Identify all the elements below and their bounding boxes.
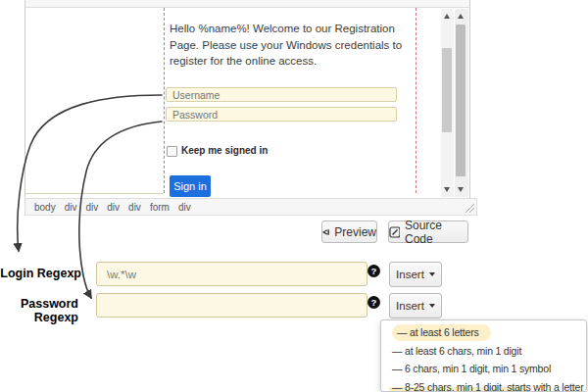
edit-icon [389,226,400,238]
keep-signed-in-label: Keep me signed in [181,145,268,156]
password-regexp-input[interactable] [96,293,368,318]
login-insert-button[interactable]: Insert [389,262,442,287]
inner-scrollbar-thumb[interactable] [442,48,452,132]
menu-item-label: — at least 6 chars, min 1 digit [392,345,521,357]
resize-handle-icon[interactable] [466,204,474,213]
menu-item-6-chars-min-1-digit[interactable]: — at least 6 chars, min 1 digit [381,342,586,361]
sign-in-button[interactable]: Sign in [170,175,211,197]
scroll-up-icon[interactable] [444,14,450,19]
template-editor-page: Hello %name%! Welcome to our Registratio… [0,0,588,392]
preview-pane: Hello %name%! Welcome to our Registratio… [24,8,470,198]
source-code-button-label: Source Code [405,219,467,246]
preview-username-input[interactable] [166,87,397,102]
dashed-guide-left [164,8,165,193]
breadcrumb-item[interactable]: form [150,202,170,213]
keep-signed-in-checkbox[interactable] [167,146,177,157]
password-regexp-label-line2: Regexp [0,311,78,324]
scroll-down-icon[interactable] [444,187,450,192]
source-code-button[interactable]: Source Code [388,220,468,243]
preview-button-label: Preview [334,225,376,239]
breadcrumb: body div div div div form div [24,198,477,216]
breadcrumb-item[interactable]: div [65,202,77,213]
insert-dropdown-menu: — at least 6 letters — at least 6 chars,… [380,319,587,392]
password-insert-button[interactable]: Insert [389,293,442,318]
menu-item-label: — 8-25 chars, min 1 digit, starts with a… [392,381,583,392]
insert-button-label: Insert [396,269,424,280]
editor-toolbar-edge [24,0,470,8]
outer-scrollbar-thumb[interactable] [456,24,466,176]
eye-icon [322,227,329,237]
inner-scrollbar[interactable] [441,9,454,197]
welcome-text: Hello %name%! Welcome to our Registratio… [170,21,411,70]
password-regexp-label-line1: Password [0,297,78,311]
breadcrumb-item[interactable]: div [107,202,120,213]
password-regexp-label: Password Regexp [0,297,78,324]
preview-password-input[interactable] [166,107,397,122]
menu-item-8-25-chars[interactable]: — 8-25 chars, min 1 digit, starts with a… [381,378,586,392]
cut-off-element-edge [25,193,164,194]
menu-item-label: — at least 6 letters [392,324,491,341]
breadcrumb-item[interactable]: div [85,202,98,213]
login-regexp-label: Login Regexp [0,267,81,280]
breadcrumb-item[interactable]: div [128,202,141,213]
menu-item-at-least-6-letters[interactable]: — at least 6 letters [381,323,586,342]
menu-item-label: — 6 chars, min 1 digit, min 1 symbol [392,363,551,374]
breadcrumb-item[interactable]: div [178,202,191,213]
dashed-guide-right [416,8,416,193]
preview-button[interactable]: Preview [321,220,377,243]
scroll-up-icon[interactable] [458,14,464,19]
insert-button-label: Insert [396,300,424,312]
outer-scrollbar[interactable] [455,9,468,197]
login-regexp-input[interactable] [96,262,368,286]
chevron-down-icon [429,272,435,276]
menu-item-6-chars-digit-symbol[interactable]: — 6 chars, min 1 digit, min 1 symbol [381,360,586,378]
chevron-down-icon [429,304,435,308]
scroll-down-icon[interactable] [458,187,464,192]
help-icon[interactable]: ? [368,296,380,309]
breadcrumb-item[interactable]: body [34,202,56,213]
help-icon[interactable]: ? [368,265,380,277]
